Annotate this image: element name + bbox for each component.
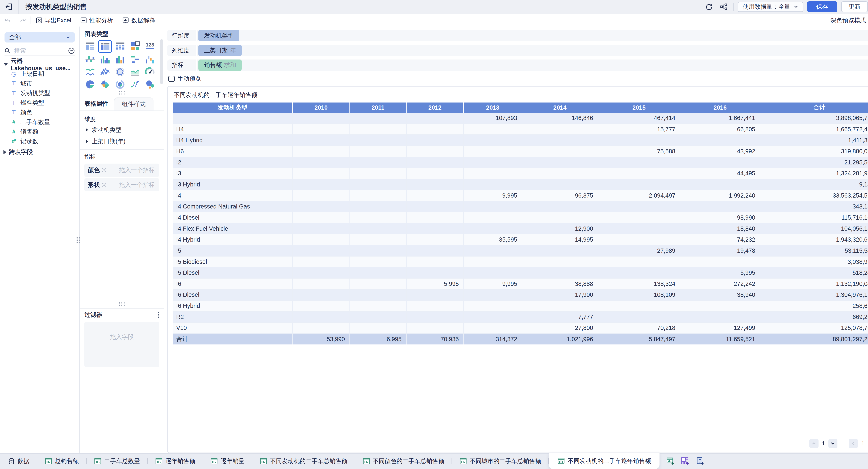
gear-icon[interactable] [101, 168, 106, 173]
field-item[interactable]: 二手车数量 [3, 117, 77, 127]
filter-menu-icon[interactable] [158, 312, 159, 318]
value-cell [464, 157, 522, 168]
page-up-button[interactable] [809, 439, 818, 448]
chart-type-kpi-icon[interactable]: 123 [143, 40, 157, 52]
chart-type-pivot-icon[interactable] [98, 40, 112, 53]
value-cell [350, 146, 406, 157]
sheet-tab[interactable]: 逐年销量 [203, 454, 252, 469]
row-label-cell: I4 Flex Fuel Vehicle [173, 223, 292, 234]
dimension-item[interactable]: 上架日期(年) [80, 136, 164, 147]
sheet-tab-active[interactable]: 不同发动机的二手车逐年销售额 [549, 453, 659, 469]
field-item[interactable]: 发动机类型 [3, 88, 77, 98]
tab-table-properties[interactable]: 表格属性 [80, 98, 114, 110]
chart-type-detail-table-icon[interactable] [113, 40, 127, 52]
chart-type-grouped-bar-icon[interactable] [98, 54, 112, 65]
sheet-tab[interactable]: 不同颜色的二手车总销售额 [355, 454, 452, 469]
gear-icon[interactable] [101, 182, 106, 187]
export-excel-button[interactable]: 导出Excel [31, 16, 76, 25]
chart-type-waterfall-icon[interactable] [143, 54, 157, 65]
add-dashboard-button[interactable] [681, 457, 689, 466]
col-dimension-zone[interactable]: 上架日期年 [197, 45, 868, 56]
value-cell: 1,992,240 [680, 190, 760, 201]
sheet-tab[interactable]: 总销售额 [37, 454, 86, 469]
exit-editor-button[interactable] [0, 0, 18, 14]
chart-type-rose-icon[interactable] [98, 79, 112, 90]
performance-analysis-button[interactable]: 性能分析 [76, 16, 118, 25]
chart-type-multi-line-icon[interactable] [83, 66, 97, 77]
value-cell: 138,324 [598, 278, 680, 290]
value-cell [292, 113, 350, 124]
value-cell [350, 245, 406, 256]
chart-type-card-icon[interactable] [128, 40, 142, 52]
chart-type-scatter-icon[interactable] [128, 79, 142, 90]
add-chart-button[interactable] [666, 457, 675, 466]
page-left-button[interactable] [849, 439, 858, 448]
value-cell: 258,633 [760, 300, 868, 311]
row-dimension-pill[interactable]: 发动机类型 [198, 30, 240, 41]
lineage-button[interactable] [718, 3, 729, 10]
more-circle-icon[interactable] [68, 47, 75, 54]
value-cell [464, 168, 522, 179]
field-search-input[interactable] [13, 47, 65, 55]
chart-grid-scrollbar[interactable] [160, 39, 163, 84]
field-item[interactable]: 城市 [3, 79, 77, 89]
tab-data[interactable]: 数据 [6, 454, 37, 469]
tab-component-style[interactable]: 组件样式 [114, 98, 153, 110]
value-cell: 108,109 [598, 289, 680, 300]
metric-drop-slot[interactable]: 形状 拖入一个指标 [84, 178, 159, 191]
sheet-tab[interactable]: 二手车总数量 [87, 454, 147, 469]
sheet-tab[interactable]: 逐年销售额 [148, 454, 203, 469]
sheet-tab[interactable]: 不同城市的二手车总销售额 [452, 454, 549, 469]
table-row: I4 Compressed Natural Gas343,138 [173, 201, 868, 212]
refresh-button[interactable] [704, 3, 714, 10]
value-cell: 18,840 [680, 223, 760, 234]
field-scope-select[interactable]: 全部 [4, 32, 75, 42]
chart-type-bar-icon[interactable] [113, 54, 127, 65]
chart-type-bubble-icon[interactable] [143, 79, 157, 90]
metric-drop-slot[interactable]: 颜色 拖入一个指标 [84, 164, 159, 176]
manual-preview-checkbox[interactable] [168, 76, 175, 82]
add-report-button[interactable] [696, 457, 704, 466]
metric-zone[interactable]: 销售额求和 [197, 60, 868, 71]
field-item[interactable]: 燃料类型 [3, 98, 77, 108]
cross-table-node[interactable]: 跨表字段 [3, 147, 77, 157]
chart-type-floating-bar-icon[interactable] [83, 54, 97, 65]
data-volume-select[interactable]: 使用数据量：全量 [738, 2, 803, 12]
page-down-button[interactable] [829, 439, 837, 448]
value-cell [350, 289, 406, 300]
data-explain-button[interactable]: 数据解释 [118, 16, 160, 25]
dataset-node[interactable]: 云器Lakehouse_us_use... [3, 60, 77, 69]
chart-type-hbar-icon[interactable] [128, 54, 142, 65]
sheet-tab[interactable]: 不同发动机的二手车总销售额 [252, 454, 355, 469]
value-cell [464, 289, 522, 300]
add-chart-icon [666, 457, 675, 466]
save-button[interactable]: 保存 [807, 1, 837, 12]
field-item[interactable]: 销售额 [3, 127, 77, 136]
col-dimension-pill[interactable]: 上架日期年 [198, 45, 242, 56]
chart-type-gauge-icon[interactable] [143, 66, 157, 77]
redo-button[interactable] [15, 14, 31, 27]
dimension-item[interactable]: 发动机类型 [80, 124, 164, 136]
table-row: 107,893146,846467,4141,667,4413,898,065,… [173, 113, 868, 124]
row-dimension-zone[interactable]: 发动机类型 [197, 30, 868, 41]
metric-pill[interactable]: 销售额求和 [198, 60, 242, 71]
value-cell [522, 201, 598, 212]
metric-slot-list: 颜色 拖入一个指标 形状 拖入一个指标 [80, 162, 164, 193]
filter-resize-handle[interactable] [119, 302, 125, 306]
undo-button[interactable] [0, 14, 15, 27]
chart-type-radar-icon[interactable] [113, 66, 127, 77]
filter-drop-zone[interactable]: 拖入字段 [84, 322, 159, 367]
value-cell: 15,777 [598, 124, 680, 135]
chart-type-pie-icon[interactable] [83, 79, 97, 90]
chart-type-area-icon[interactable] [128, 66, 142, 77]
divider [80, 149, 164, 150]
field-item[interactable]: 记录数 [3, 136, 77, 146]
sidebar-resize-handle[interactable] [76, 237, 80, 243]
field-item[interactable]: 颜色 [3, 107, 77, 117]
chart-type-donut-icon[interactable] [113, 79, 127, 90]
chart-type-line-icon[interactable] [98, 66, 112, 77]
value-cell [292, 278, 350, 290]
panel-resize-handle[interactable] [119, 91, 125, 95]
chart-type-table-icon[interactable] [83, 40, 97, 52]
update-button[interactable]: 更新 [841, 1, 868, 12]
